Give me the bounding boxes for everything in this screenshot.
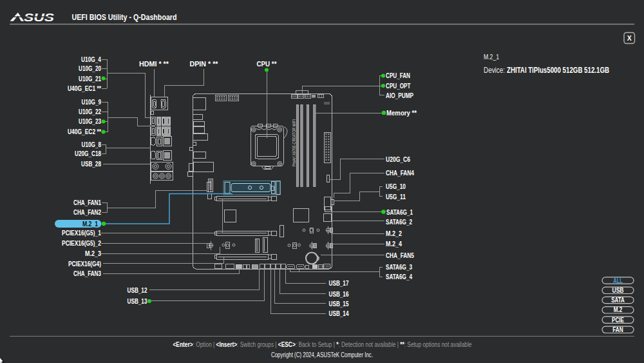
svg-text:M.2_2: M.2_2 (386, 230, 402, 237)
svg-text:Memory **: Memory ** (386, 110, 417, 117)
svg-text:U40G_EC1 **: U40G_EC1 ** (68, 85, 101, 92)
svg-text:CHA_FAN2: CHA_FAN2 (73, 209, 101, 216)
svg-text:USB_17: USB_17 (329, 280, 349, 287)
svg-text:SATA6G_3: SATA6G_3 (386, 264, 412, 271)
svg-text:USB_16: USB_16 (329, 291, 349, 298)
svg-text:Copyright (C) 2024, ASUSTeK Co: Copyright (C) 2024, ASUSTeK Computer Inc… (271, 351, 373, 358)
svg-text:ProArt X870E-CREATOR WIFI: ProArt X870E-CREATOR WIFI (292, 119, 296, 166)
svg-text:SATA6G_4: SATA6G_4 (386, 273, 412, 280)
svg-text:FAN: FAN (612, 326, 623, 333)
svg-text:U10G_20: U10G_20 (79, 65, 101, 72)
svg-text:U10G_8: U10G_8 (82, 141, 102, 148)
svg-text:SUS: SUS (24, 12, 55, 24)
svg-text:CHA_FAN3: CHA_FAN3 (73, 270, 101, 277)
svg-text:CHA_FAN1: CHA_FAN1 (73, 199, 101, 206)
svg-text:SATA6G_1: SATA6G_1 (386, 209, 413, 216)
svg-text:Device:: Device: (484, 66, 505, 75)
svg-text:CHA_FAN5: CHA_FAN5 (386, 252, 414, 259)
svg-text:U5G_11: U5G_11 (386, 193, 406, 201)
svg-text:M.2_1: M.2_1 (82, 221, 98, 228)
svg-text:USB_12: USB_12 (128, 287, 147, 294)
svg-text:U10G_21: U10G_21 (79, 75, 101, 83)
svg-text:AIO_PUMP: AIO_PUMP (386, 92, 413, 99)
svg-text:M.2_3: M.2_3 (85, 250, 101, 257)
svg-text:U20G_C6: U20G_C6 (386, 156, 410, 163)
svg-text:CPU_OPT: CPU_OPT (386, 83, 411, 90)
svg-text:PCIEX16(G5)_2: PCIEX16(G5)_2 (62, 240, 101, 247)
svg-text:U10G_23: U10G_23 (79, 118, 101, 125)
svg-text:USB_13: USB_13 (128, 298, 147, 305)
svg-text:PCIEX16(G5)_1: PCIEX16(G5)_1 (62, 230, 101, 237)
svg-text:UEFI BIOS Utility - Q-Dashboar: UEFI BIOS Utility - Q-Dashboard (72, 12, 177, 22)
svg-text:U10G_22: U10G_22 (79, 108, 101, 115)
svg-text:SATA: SATA (611, 297, 625, 304)
svg-text:USB_14: USB_14 (329, 310, 349, 317)
svg-text:U40G_EC2 **: U40G_EC2 ** (68, 128, 101, 135)
svg-text:CPU_FAN: CPU_FAN (386, 72, 410, 79)
svg-text:U20G_C18: U20G_C18 (75, 150, 101, 157)
svg-text:DPIN * **: DPIN * ** (190, 61, 218, 68)
svg-text:M.2_1: M.2_1 (484, 53, 499, 61)
svg-text:M.2_4: M.2_4 (386, 240, 402, 248)
svg-text:X: X (627, 34, 632, 42)
svg-text:U10G_9: U10G_9 (82, 99, 102, 106)
svg-text:CPU **: CPU ** (257, 61, 277, 68)
svg-text:U5G_10: U5G_10 (386, 183, 406, 190)
svg-text:SATA6G_2: SATA6G_2 (386, 219, 412, 226)
svg-text:ZHITAI TiPlus5000 512GB 512.1G: ZHITAI TiPlus5000 512GB 512.1GB (507, 66, 609, 75)
svg-text:PCIEX16(G4): PCIEX16(G4) (68, 260, 101, 268)
svg-text:USB: USB (612, 287, 624, 294)
svg-text:U10G_4: U10G_4 (81, 56, 101, 63)
svg-text:USB_28: USB_28 (81, 161, 101, 168)
svg-text:HDMI * **: HDMI * ** (139, 61, 169, 68)
svg-text:0000: 0000 (324, 101, 330, 105)
svg-text:<Enter>: Option | <Insert>:: <Enter>: Option | <Insert>: Switch group… (173, 341, 472, 348)
svg-text:CHA_FAN4: CHA_FAN4 (386, 170, 414, 177)
svg-text:USB_15: USB_15 (329, 300, 349, 308)
svg-text:PCIE: PCIE (612, 317, 624, 324)
svg-text:ALL: ALL (613, 277, 623, 284)
svg-text:M.2: M.2 (614, 306, 623, 313)
